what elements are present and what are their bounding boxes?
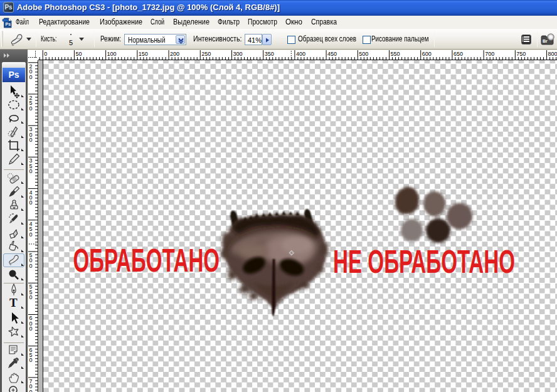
svg-text:0: 0	[29, 105, 33, 112]
svg-text:650: 650	[454, 51, 463, 57]
svg-text:0: 0	[29, 263, 33, 269]
svg-text:Br: Br	[543, 39, 548, 43]
svg-text:700: 700	[485, 51, 494, 57]
svg-text:450: 450	[327, 51, 337, 57]
svg-text:100: 100	[107, 51, 117, 57]
svg-text:600: 600	[422, 51, 432, 57]
svg-text:0: 0	[29, 389, 33, 392]
svg-text:50: 50	[75, 51, 82, 57]
svg-text:0: 0	[29, 357, 33, 363]
svg-text:350: 350	[265, 51, 274, 57]
svg-text:0: 0	[29, 294, 33, 300]
svg-text:0: 0	[29, 74, 33, 80]
svg-text:T: T	[9, 296, 18, 309]
svg-text:500: 500	[359, 51, 368, 57]
svg-text:300: 300	[233, 51, 242, 57]
svg-text:150: 150	[139, 51, 148, 57]
svg-text:750: 750	[516, 51, 526, 57]
svg-text:250: 250	[201, 51, 211, 57]
svg-text:0: 0	[29, 326, 33, 332]
svg-text:Ps: Ps	[6, 22, 11, 26]
svg-text:800: 800	[548, 51, 557, 57]
svg-text:550: 550	[391, 51, 400, 57]
svg-text:0: 0	[29, 199, 33, 206]
svg-text:200: 200	[170, 51, 179, 57]
svg-text:400: 400	[296, 51, 305, 57]
svg-text:0: 0	[29, 231, 33, 238]
svg-text:0: 0	[44, 51, 47, 57]
svg-text:0: 0	[29, 137, 33, 143]
svg-text:0: 0	[29, 168, 33, 174]
